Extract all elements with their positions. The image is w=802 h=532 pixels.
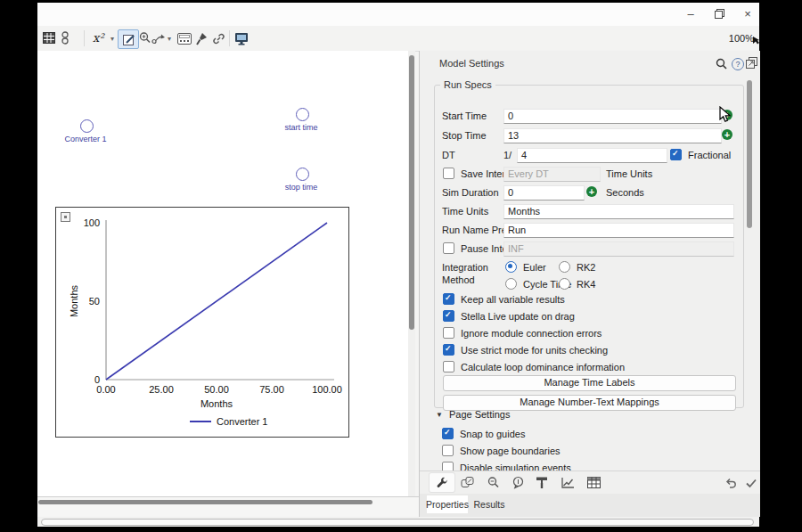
window-bottom-strip	[37, 517, 759, 527]
layers-icon	[61, 31, 70, 45]
strict-units-checkbox[interactable]	[443, 344, 454, 356]
ignore-module-errors-checkbox[interactable]	[443, 327, 454, 339]
style-edit-button[interactable]	[455, 473, 480, 492]
radio-rk4-row: RK4	[559, 278, 595, 290]
presentation-button[interactable]	[234, 32, 249, 45]
collapse-triangle-icon: ▼	[436, 411, 443, 419]
pause-interval-input[interactable]: INF	[503, 241, 734, 257]
restore-button[interactable]	[708, 5, 731, 21]
panel-footer-iconbar	[420, 471, 760, 495]
zoom-level-label[interactable]: 100%	[729, 33, 754, 44]
pause-interval-checkbox[interactable]	[443, 242, 454, 254]
stop-time-input[interactable]: 13	[503, 128, 722, 143]
table-button[interactable]	[581, 473, 606, 492]
euler-radio[interactable]	[505, 261, 517, 273]
canvas-bottom-strip	[37, 496, 419, 518]
page-settings-header[interactable]: ▼ Page Settings	[436, 409, 510, 420]
help-icon[interactable]: ?	[732, 58, 744, 70]
bottom-scrollbar-track[interactable]	[41, 519, 754, 526]
canvas-hscrollbar-thumb[interactable]	[38, 500, 372, 504]
panel-scrollbar-track[interactable]	[746, 78, 753, 470]
panel-tabs-row: Properties Results	[420, 494, 760, 517]
stella-live-update-checkbox[interactable]	[443, 310, 454, 322]
svg-text:50.00: 50.00	[204, 384, 229, 395]
rk2-label: RK2	[577, 262, 595, 273]
stella-live-update-row: Stella Live update on drag	[443, 310, 575, 322]
keep-all-variable-results-checkbox[interactable]	[443, 293, 454, 305]
keypad-icon	[177, 33, 192, 45]
svg-text:100.00: 100.00	[312, 384, 342, 395]
checkbox-label: Calculate loop dominance information	[461, 362, 625, 372]
snap-to-guides-row: Snap to guides	[442, 428, 525, 439]
equation-button[interactable]: x²	[93, 31, 104, 45]
fractional-checkbox[interactable]	[670, 149, 682, 160]
dt-input[interactable]: 4	[517, 148, 667, 163]
edit-icon	[122, 33, 135, 46]
loop-dominance-row: Calculate loop dominance information	[443, 361, 625, 372]
integration-method-label: Integration Method	[442, 261, 497, 286]
tab-results[interactable]: Results	[471, 495, 507, 513]
panel-popout-button[interactable]	[746, 57, 757, 70]
snap-to-guides-checkbox[interactable]	[442, 428, 454, 439]
zoom-icon	[138, 31, 151, 45]
link-tool-button[interactable]	[212, 32, 225, 45]
keep-all-variable-results-row: Keep all variable results	[443, 293, 565, 305]
confirm-button[interactable]	[739, 473, 764, 492]
euler-label: Euler	[523, 262, 546, 273]
cycle-time-radio[interactable]	[505, 278, 517, 290]
svg-text:Converter 1: Converter 1	[217, 416, 267, 427]
stop-time-add-button[interactable]: +	[722, 129, 732, 140]
converter-node[interactable]	[296, 108, 309, 121]
canvas-vscrollbar-track[interactable]	[408, 51, 415, 496]
zoom-tool-button[interactable]	[138, 31, 151, 45]
equation-icon: x²	[93, 31, 104, 45]
canvas-vscrollbar-thumb[interactable]	[409, 55, 414, 330]
loop-dominance-checkbox[interactable]	[443, 361, 454, 372]
flashlight-icon	[195, 32, 208, 45]
model-canvas[interactable]: Converter 1 start time stop time 0501000…	[37, 51, 408, 496]
numeric-display-button[interactable]	[177, 33, 192, 45]
save-interval-units-label: Time Units	[606, 168, 652, 179]
show-page-boundaries-checkbox[interactable]	[442, 445, 454, 456]
panel-search-button[interactable]	[716, 58, 727, 71]
radio-rk2-row: RK2	[559, 261, 595, 273]
sim-duration-input[interactable]: 0	[503, 185, 585, 201]
converter-node[interactable]	[80, 119, 94, 133]
checkbox-label: Show page boundaries	[460, 446, 561, 456]
styles-button[interactable]	[529, 473, 554, 492]
find-button[interactable]	[480, 473, 505, 492]
minimize-button[interactable]: –	[679, 5, 702, 21]
link-icon	[212, 32, 225, 45]
manage-time-labels-button[interactable]: Manage Time Labels	[443, 375, 736, 391]
equation-dropdown-caret[interactable]: ▾	[110, 35, 114, 43]
annotation-button[interactable]	[505, 473, 530, 492]
converter-node[interactable]	[296, 168, 309, 181]
sim-duration-label: Sim Duration	[442, 187, 499, 198]
panel-title: Model Settings	[439, 58, 504, 69]
wrench-icon	[435, 476, 449, 490]
graph-button[interactable]	[555, 473, 580, 492]
connector-dropdown-caret[interactable]: ▾	[168, 35, 171, 43]
close-button[interactable]: ×	[736, 5, 759, 21]
flashlight-tool-button[interactable]	[195, 32, 208, 45]
grid-view-button[interactable]	[43, 32, 55, 44]
rk4-radio[interactable]	[559, 278, 570, 290]
run-name-prefix-input[interactable]: Run	[503, 223, 734, 238]
svg-text:Months: Months	[200, 398, 233, 409]
tab-properties[interactable]: Properties	[427, 495, 468, 513]
fractional-row: Fractional	[670, 149, 731, 160]
panel-scrollbar-thumb[interactable]	[747, 80, 752, 228]
graph-icon	[561, 477, 575, 489]
edit-mode-button[interactable]	[118, 29, 139, 49]
sim-duration-add-button[interactable]: +	[586, 186, 597, 197]
time-units-input[interactable]: Months	[503, 204, 734, 219]
rk2-radio[interactable]	[559, 261, 570, 273]
results-chart[interactable]: 0501000.0025.0050.0075.00100.00MonthsMon…	[55, 207, 349, 438]
layers-button[interactable]	[61, 31, 70, 45]
save-interval-input[interactable]: Every DT	[503, 167, 601, 182]
start-time-input[interactable]: 0	[503, 109, 722, 124]
save-interval-checkbox[interactable]	[443, 168, 454, 179]
settings-wrench-button[interactable]	[430, 473, 454, 492]
table-icon	[587, 477, 601, 488]
connector-tool-button[interactable]	[151, 33, 167, 45]
